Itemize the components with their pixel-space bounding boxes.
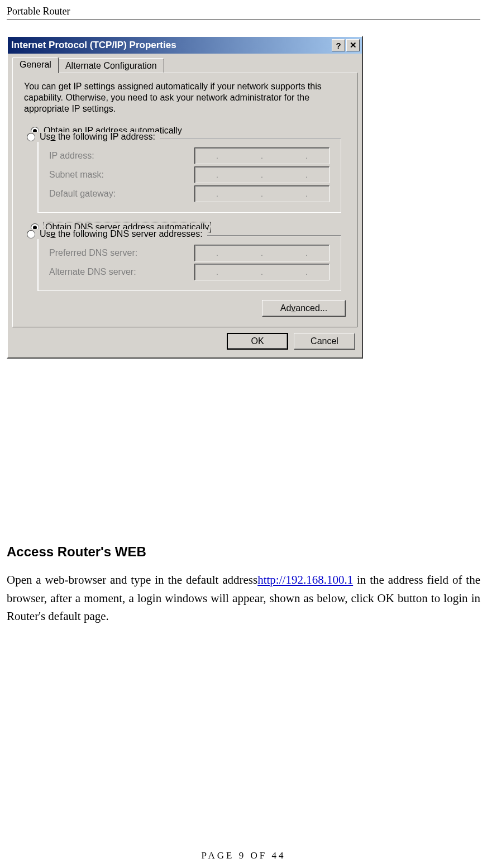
- tabstrip: General Alternate Configuration You can …: [8, 54, 362, 327]
- tab-panel-general: You can get IP settings assigned automat…: [12, 73, 357, 327]
- radio-icon: [27, 230, 35, 239]
- para-before: Open a web-browser and type in the defau…: [7, 573, 257, 586]
- label-preferred-dns: Preferred DNS server:: [49, 248, 194, 258]
- input-default-gateway: ...: [194, 185, 330, 202]
- tab-alternate-configuration[interactable]: Alternate Configuration: [58, 58, 164, 73]
- dialog-button-row: OK Cancel: [8, 327, 362, 357]
- body-paragraph: Open a web-browser and type in the defau…: [7, 571, 480, 626]
- fieldset-static-ip: Use the following IP address: IP address…: [37, 138, 341, 213]
- radio-label: Use the following IP address:: [40, 132, 155, 142]
- ok-button[interactable]: OK: [227, 333, 288, 350]
- input-subnet-mask: ...: [194, 166, 330, 183]
- dialog-title: Internet Protocol (TCP/IP) Properties: [11, 40, 331, 51]
- input-ip-address: ...: [194, 147, 330, 164]
- label-ip-address: IP address:: [49, 151, 194, 161]
- radio-label: Use the following DNS server addresses:: [40, 229, 203, 239]
- input-alternate-dns: ...: [194, 264, 330, 280]
- help-icon: ?: [336, 41, 341, 50]
- section-heading: Access Router's WEB: [7, 544, 146, 560]
- cancel-button[interactable]: Cancel: [294, 333, 355, 350]
- page-footer: PAGE 9 OF 44: [0, 850, 487, 861]
- intro-text: You can get IP settings assigned automat…: [24, 81, 346, 115]
- help-button[interactable]: ?: [332, 39, 345, 51]
- header-title: Portable Router: [7, 6, 70, 17]
- label-subnet-mask: Subnet mask:: [49, 170, 194, 180]
- titlebar: Internet Protocol (TCP/IP) Properties ? …: [8, 37, 362, 54]
- row-preferred-dns: Preferred DNS server: ...: [49, 245, 330, 261]
- close-icon: ✕: [350, 40, 357, 50]
- radio-use-ip[interactable]: Use the following IP address:: [27, 132, 155, 142]
- tab-general[interactable]: General: [12, 57, 59, 73]
- close-button[interactable]: ✕: [346, 39, 360, 51]
- label-alternate-dns: Alternate DNS server:: [49, 267, 194, 277]
- row-default-gateway: Default gateway: ...: [49, 185, 330, 202]
- tcpip-properties-dialog: Internet Protocol (TCP/IP) Properties ? …: [7, 36, 363, 359]
- fieldset-static-dns: Use the following DNS server addresses: …: [37, 235, 341, 291]
- advanced-button[interactable]: Advanced...: [262, 300, 346, 317]
- input-preferred-dns: ...: [194, 245, 330, 261]
- row-ip-address: IP address: ...: [49, 147, 330, 164]
- radio-icon: [27, 133, 35, 141]
- page-header: Portable Router: [7, 6, 480, 20]
- row-alternate-dns: Alternate DNS server: ...: [49, 264, 330, 280]
- router-url-link[interactable]: http://192.168.100.1: [257, 573, 353, 586]
- row-subnet-mask: Subnet mask: ...: [49, 166, 330, 183]
- label-default-gateway: Default gateway:: [49, 189, 194, 199]
- radio-use-dns[interactable]: Use the following DNS server addresses:: [27, 229, 203, 239]
